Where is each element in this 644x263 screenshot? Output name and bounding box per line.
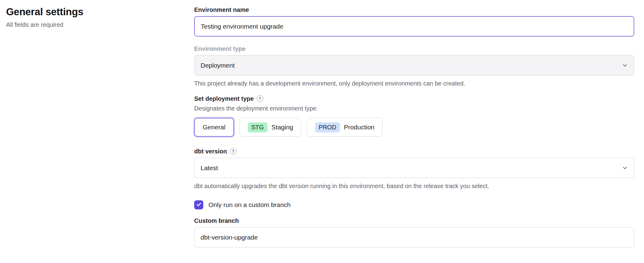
deployment-type-label: Set deployment type <box>194 95 254 102</box>
environment-name-input[interactable] <box>194 16 634 37</box>
deployment-type-option-staging[interactable]: STG Staging <box>240 118 301 137</box>
custom-branch-input[interactable] <box>194 227 634 247</box>
production-badge: PROD <box>315 122 340 132</box>
settings-header: General settings All fields are required <box>6 6 194 247</box>
custom-branch-field: Custom branch <box>194 217 634 247</box>
page-title: General settings <box>6 6 194 18</box>
dbt-version-help-icon[interactable]: ? <box>230 148 236 155</box>
custom-branch-checkbox[interactable] <box>194 200 203 209</box>
environment-type-value: Deployment <box>201 62 235 69</box>
chevron-down-icon <box>622 62 628 68</box>
custom-branch-toggle-row: Only run on a custom branch <box>194 200 634 210</box>
dbt-version-label: dbt version <box>194 148 227 155</box>
deployment-type-option-general[interactable]: General <box>194 118 234 137</box>
environment-name-field: Environment name <box>194 6 634 37</box>
dbt-version-field: dbt version ? Latest dbt automatically u… <box>194 148 634 190</box>
environment-type-helper: This project already has a development e… <box>194 80 634 87</box>
staging-badge: STG <box>248 122 268 132</box>
page-subtitle: All fields are required <box>6 21 194 28</box>
environment-name-label: Environment name <box>194 6 634 13</box>
option-staging-label: Staging <box>271 124 293 131</box>
option-production-label: Production <box>344 124 374 131</box>
dbt-version-select[interactable]: Latest <box>194 158 634 178</box>
deployment-type-field: Set deployment type ? Designates the dep… <box>194 95 634 137</box>
deployment-type-option-production[interactable]: PROD Production <box>307 118 383 137</box>
deployment-type-options: General STG Staging PROD Production <box>194 118 634 137</box>
dbt-version-value: Latest <box>201 164 218 172</box>
check-icon <box>196 202 202 209</box>
dbt-version-helper: dbt automatically upgrades the dbt versi… <box>194 183 634 190</box>
deployment-type-help-icon[interactable]: ? <box>257 95 263 102</box>
custom-branch-checkbox-label: Only run on a custom branch <box>208 201 291 209</box>
settings-form: Environment name Environment type Deploy… <box>194 6 634 247</box>
custom-branch-label: Custom branch <box>194 217 634 224</box>
environment-type-label: Environment type <box>194 45 634 52</box>
settings-page: General settings All fields are required… <box>0 0 644 247</box>
chevron-down-icon <box>622 165 628 171</box>
deployment-type-description: Designates the deployment environment ty… <box>194 105 634 112</box>
option-general-label: General <box>203 124 226 131</box>
environment-type-field: Environment type Deployment This project… <box>194 45 634 87</box>
environment-type-select[interactable]: Deployment <box>194 55 634 75</box>
